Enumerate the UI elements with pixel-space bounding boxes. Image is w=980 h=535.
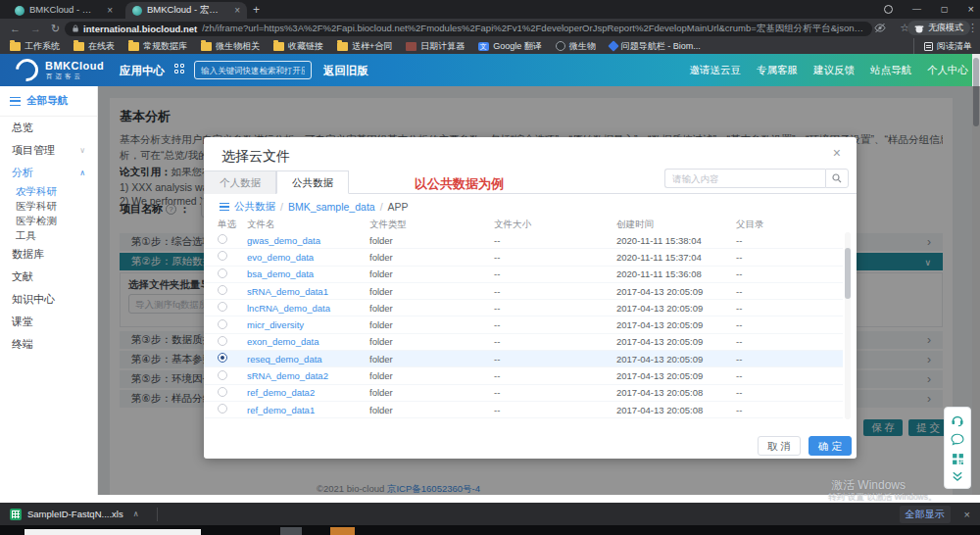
sidebar-item[interactable]: 医学检测 <box>0 214 97 228</box>
dialog-tab[interactable]: 公共数据 <box>276 170 349 194</box>
app-search-input[interactable] <box>194 61 312 79</box>
bookmark-item[interactable]: 微生物 <box>556 40 596 53</box>
bookmark-item[interactable]: Google 翻译 <box>478 40 542 53</box>
radio-button[interactable] <box>218 302 227 312</box>
search-button[interactable] <box>825 169 849 188</box>
sidebar-item[interactable]: 数据库 <box>0 243 97 266</box>
bmkcloud-logo-icon[interactable] <box>11 54 42 85</box>
bookmark-item[interactable]: 问题导航栏 - Biom... <box>610 40 701 53</box>
dialog-tab[interactable]: 个人数据 <box>204 170 276 194</box>
double-chevron-down-icon[interactable] <box>952 471 963 482</box>
sidebar-item[interactable]: 知识中心 <box>0 288 97 311</box>
radio-button[interactable] <box>218 268 227 278</box>
confirm-button[interactable]: 确 定 <box>808 436 852 456</box>
cancel-button[interactable]: 取 消 <box>758 436 801 456</box>
window-close-button[interactable]: × <box>968 3 974 15</box>
qrcode-icon[interactable] <box>952 453 964 465</box>
radio-button[interactable] <box>218 251 227 261</box>
scrollbar-thumb[interactable] <box>845 248 851 299</box>
table-row[interactable]: lncRNA_demo_data folder -- 2017-04-13 20… <box>204 300 843 316</box>
radio-button[interactable] <box>218 387 227 397</box>
bookmark-item[interactable]: 微生物相关 <box>201 40 260 53</box>
forward-icon[interactable]: → <box>30 23 41 34</box>
back-icon[interactable]: ← <box>10 23 21 34</box>
browser-tab[interactable]: BMKCloud - 分析 × <box>8 2 120 19</box>
bookmark-item[interactable]: 送样+合同 <box>337 40 392 53</box>
window-minimize-button[interactable]: — <box>912 4 921 14</box>
radio-button[interactable] <box>218 319 227 329</box>
breadcrumb-root[interactable]: 公共数据 <box>234 200 275 214</box>
table-row[interactable]: sRNA_demo_data1 folder -- 2017-04-13 20:… <box>204 283 843 300</box>
dialog-close-icon[interactable]: × <box>833 145 841 161</box>
taskbar-search-box[interactable] <box>24 529 201 535</box>
radio-button[interactable] <box>218 234 227 244</box>
file-name-link[interactable]: reseq_demo_data <box>247 354 369 365</box>
file-name-link[interactable]: ref_demo_data2 <box>247 387 369 398</box>
sidebar-item[interactable]: 分析 <box>0 162 97 184</box>
show-all-button[interactable]: 全部显示 <box>900 506 951 523</box>
back-to-old-link[interactable]: 返回旧版 <box>323 64 368 78</box>
sidebar-item[interactable]: 终端 <box>0 333 97 356</box>
header-link[interactable]: 站点导航 <box>870 64 911 77</box>
sidebar-item[interactable]: 项目管理 <box>0 139 97 162</box>
logo-title[interactable]: BMKCloud <box>45 60 104 72</box>
file-name-link[interactable]: ref_demo_data1 <box>247 405 369 415</box>
sidebar-item[interactable]: 课堂 <box>0 311 97 333</box>
table-row[interactable]: ref_demo_data2 folder -- 2017-04-13 20:0… <box>204 385 843 402</box>
browser-menu-icon[interactable]: ⋮ <box>967 22 978 34</box>
eye-blocked-icon[interactable] <box>874 23 886 33</box>
file-name-link[interactable]: gwas_demo_data <box>247 235 369 246</box>
file-name-link[interactable]: micr_diversity <box>247 319 369 330</box>
sidebar-item[interactable]: 医学科研 <box>0 199 97 214</box>
bookmark-item[interactable]: 在线表 <box>74 40 115 53</box>
file-name-link[interactable]: evo_demo_data <box>247 252 369 263</box>
reading-list-button[interactable]: 阅读清单 <box>913 38 972 54</box>
table-scrollbar[interactable] <box>845 232 851 419</box>
breadcrumb-mid[interactable]: BMK_sample_data <box>288 201 375 213</box>
sidebar-item[interactable]: 工具 <box>0 228 97 243</box>
tab-close-icon[interactable]: × <box>107 5 113 16</box>
header-link[interactable]: 个人中心 <box>927 64 968 77</box>
bookmark-item[interactable]: 日期计算器 <box>406 40 465 53</box>
file-name-link[interactable]: lncRNA_demo_data <box>247 303 369 314</box>
sidebar-item[interactable]: 文献 <box>0 266 97 288</box>
radio-button[interactable] <box>218 404 227 413</box>
reload-icon[interactable]: ↻ <box>51 23 60 35</box>
browser-tab-active[interactable]: BMKCloud - 宏基因组分析平台 × <box>125 2 247 19</box>
header-link[interactable]: 邀请送云豆 <box>690 64 742 77</box>
download-bar-close-icon[interactable]: × <box>964 509 970 520</box>
radio-button[interactable] <box>218 370 227 380</box>
bookmark-item[interactable]: 工作系统 <box>10 40 60 53</box>
address-field[interactable]: international.biocloud.net/zh/iframe?url… <box>65 22 872 36</box>
file-name-link[interactable]: bsa_demo_data <box>247 268 369 279</box>
sidebar-item[interactable]: 总览 <box>0 117 97 139</box>
file-name-link[interactable]: sRNA_demo_data1 <box>247 286 369 297</box>
new-tab-button[interactable]: + <box>253 3 260 17</box>
headset-icon[interactable] <box>951 413 964 427</box>
window-maximize-button[interactable]: ▢ <box>941 5 949 14</box>
radio-button[interactable] <box>218 285 227 295</box>
radio-button[interactable] <box>218 336 227 346</box>
bookmark-item[interactable]: 收藏链接 <box>273 40 323 53</box>
app-center-link[interactable]: 应用中心 <box>120 64 165 78</box>
sidebar-item[interactable]: 农学科研 <box>0 184 97 199</box>
table-row[interactable]: exon_demo_data folder -- 2017-04-13 20:0… <box>204 334 843 351</box>
bookmark-item[interactable]: 常规数据库 <box>128 40 187 53</box>
taskbar-item[interactable] <box>280 527 302 535</box>
dialog-search-input[interactable] <box>664 169 825 188</box>
header-link[interactable]: 专属客服 <box>757 64 798 77</box>
app-grid-icon[interactable] <box>174 64 185 74</box>
radio-button[interactable] <box>218 353 227 363</box>
taskbar-item[interactable] <box>330 527 355 535</box>
table-row[interactable]: gwas_demo_data folder -- 2020-11-11 15:3… <box>204 232 843 249</box>
table-row[interactable]: reseq_demo_data folder -- 2017-04-13 20:… <box>204 351 843 367</box>
table-row[interactable]: bsa_demo_data folder -- 2020-11-11 15:36… <box>204 267 843 283</box>
download-item[interactable]: SampleID-FastqN....xls ∧ <box>0 509 149 520</box>
table-row[interactable]: sRNA_demo_data2 folder -- 2017-04-13 20:… <box>204 367 843 384</box>
file-name-link[interactable]: sRNA_demo_data2 <box>247 370 369 381</box>
file-name-link[interactable]: exon_demo_data <box>247 336 369 347</box>
browser-profile-icon[interactable] <box>884 5 893 14</box>
table-row[interactable]: ref_demo_data1 folder -- 2017-04-13 20:0… <box>204 402 843 418</box>
chat-icon[interactable] <box>951 433 964 446</box>
sidebar-nav-all[interactable]: 全部导航 <box>0 86 97 117</box>
